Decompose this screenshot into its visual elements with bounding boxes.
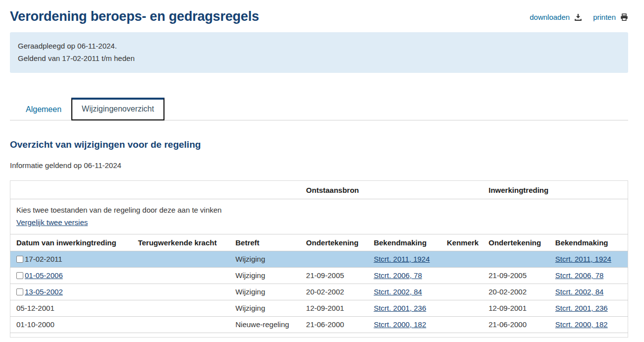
cell-bekendmaking-inwerkingtreding-link[interactable]: Stcrt. 2002, 84: [555, 287, 604, 296]
validity-info-box: Geraadpleegd op 06-11-2024. Geldend van …: [10, 32, 628, 73]
cell-terugwerkende-kracht: [132, 284, 229, 300]
cell-terugwerkende-kracht: [132, 268, 229, 284]
table-footer-spacer: [10, 333, 628, 338]
cell-bekendmaking-ontstaansbron: Stcrt. 2001, 236: [368, 300, 441, 317]
cell-bekendmaking-ontstaansbron: Stcrt. 2000, 182: [368, 317, 441, 333]
column-header-4: Bekendmaking: [368, 234, 441, 251]
cell-bekendmaking-inwerkingtreding-link[interactable]: Stcrt. 2000, 182: [555, 320, 608, 329]
date-link[interactable]: 13-05-2002: [25, 287, 63, 296]
table-row: 17-02-2011 Wijziging Stcrt. 2011, 1924 S…: [10, 251, 628, 268]
cell-bekendmaking-inwerkingtreding: Stcrt. 2001, 236: [549, 300, 628, 317]
cell-bekendmaking-inwerkingtreding-link[interactable]: Stcrt. 2006, 78: [555, 271, 604, 280]
page-container: Verordening beroeps- en gedragsregels do…: [0, 0, 644, 338]
column-header-2: Betreft: [229, 234, 300, 251]
column-header-5: Kenmerk: [441, 234, 483, 251]
changes-table: Ontstaansbron Inwerkingtreding Kies twee…: [10, 180, 628, 338]
cell-bekendmaking-ontstaansbron-link[interactable]: Stcrt. 2001, 236: [374, 304, 426, 312]
table-row: 01-10-2000 Nieuwe-regeling21-06-2000Stcr…: [10, 317, 628, 333]
cell-bekendmaking-inwerkingtreding-link[interactable]: Stcrt. 2011, 1924: [555, 255, 611, 263]
cell-ondertekening-inwerkingtreding: 12-09-2001: [483, 300, 549, 317]
column-header-3: Ondertekening: [300, 234, 368, 251]
cell-bekendmaking-inwerkingtreding: Stcrt. 2000, 182: [549, 317, 628, 333]
cell-betreft: Wijziging: [229, 251, 300, 268]
cell-bekendmaking-inwerkingtreding: Stcrt. 2011, 1924: [549, 251, 628, 268]
compare-checkbox[interactable]: [16, 288, 23, 295]
changes-table-body: 17-02-2011 Wijziging Stcrt. 2011, 1924 S…: [10, 251, 628, 333]
column-header-6: Ondertekening: [483, 234, 549, 251]
cell-datum-van-inwerkingtreding: 05-12-2001: [10, 300, 132, 317]
cell-ondertekening-inwerkingtreding: 20-02-2002: [483, 284, 549, 300]
cell-bekendmaking-ontstaansbron: Stcrt. 2011, 1924: [368, 251, 441, 268]
compare-checkbox[interactable]: [16, 256, 23, 263]
valid-from-text: Geldend van 17-02-2011 t/m heden: [18, 52, 620, 64]
cell-kenmerk: [441, 284, 483, 300]
date-text: 05-12-2001: [16, 304, 54, 312]
cell-terugwerkende-kracht: [132, 317, 229, 333]
cell-ondertekening-ontstaansbron: 12-09-2001: [300, 300, 368, 317]
compare-versions-link[interactable]: Vergelijk twee versies: [16, 218, 88, 227]
page-title: Verordening beroeps- en gedragsregels: [10, 9, 259, 24]
column-header-7: Bekendmaking: [549, 234, 628, 251]
cell-datum-van-inwerkingtreding: 01-05-2006: [10, 268, 132, 284]
cell-bekendmaking-inwerkingtreding: Stcrt. 2006, 78: [549, 268, 628, 284]
cell-bekendmaking-ontstaansbron-link[interactable]: Stcrt. 2000, 182: [374, 320, 426, 329]
date-text: 01-10-2000: [16, 320, 54, 329]
date-link[interactable]: 01-05-2006: [25, 271, 63, 280]
cell-bekendmaking-ontstaansbron-link[interactable]: Stcrt. 2011, 1924: [374, 255, 429, 263]
cell-bekendmaking-ontstaansbron-link[interactable]: Stcrt. 2002, 84: [374, 287, 422, 296]
cell-ondertekening-inwerkingtreding: 21-09-2005: [483, 268, 549, 284]
table-row: 01-05-2006 Wijziging21-09-2005Stcrt. 200…: [10, 268, 628, 284]
column-header-0: Datum van inwerkingtreding: [10, 234, 132, 251]
download-label: downloaden: [530, 13, 570, 21]
group-header-ontstaansbron: Ontstaansbron: [300, 181, 483, 199]
cell-ondertekening-ontstaansbron: 20-02-2002: [300, 284, 368, 300]
header-actions: downloaden printen: [530, 9, 628, 21]
page-header: Verordening beroeps- en gedragsregels do…: [10, 9, 628, 24]
cell-ondertekening-ontstaansbron: [300, 251, 368, 268]
consulted-on-text: Geraadpleegd op 06-11-2024.: [18, 40, 620, 52]
cell-ondertekening-inwerkingtreding: 21-06-2000: [483, 317, 549, 333]
cell-kenmerk: [441, 317, 483, 333]
download-icon: [574, 13, 582, 21]
cell-terugwerkende-kracht: [132, 300, 229, 317]
date-text: 17-02-2011: [25, 255, 62, 263]
cell-betreft: Wijziging: [229, 300, 300, 317]
cell-ondertekening-ontstaansbron: 21-06-2000: [300, 317, 368, 333]
print-button[interactable]: printen: [593, 13, 628, 21]
cell-betreft: Nieuwe-regeling: [229, 317, 300, 333]
cell-bekendmaking-ontstaansbron: Stcrt. 2006, 78: [368, 268, 441, 284]
cell-terugwerkende-kracht: [132, 251, 229, 268]
cell-ondertekening-ontstaansbron: 21-09-2005: [300, 268, 368, 284]
cell-datum-van-inwerkingtreding: 13-05-2002: [10, 284, 132, 300]
cell-datum-van-inwerkingtreding: 17-02-2011: [10, 251, 132, 268]
cell-betreft: Wijziging: [229, 284, 300, 300]
tab-bar: Algemeen Wijzigingenoverzicht: [10, 98, 628, 120]
download-button[interactable]: downloaden: [530, 13, 582, 21]
tab-wijzigingenoverzicht[interactable]: Wijzigingenoverzicht: [71, 98, 164, 120]
table-row: 13-05-2002 Wijziging20-02-2002Stcrt. 200…: [10, 284, 628, 300]
cell-bekendmaking-inwerkingtreding-link[interactable]: Stcrt. 2001, 236: [555, 304, 608, 312]
section-subtext: Informatie geldend op 06-11-2024: [10, 161, 628, 170]
group-header-empty: [10, 181, 300, 199]
table-row: 05-12-2001 Wijziging12-09-2001Stcrt. 200…: [10, 300, 628, 317]
section-heading: Overzicht van wijzigingen voor de regeli…: [10, 139, 628, 150]
cell-kenmerk: [441, 300, 483, 317]
cell-kenmerk: [441, 251, 483, 268]
cell-bekendmaking-inwerkingtreding: Stcrt. 2002, 84: [549, 284, 628, 300]
cell-ondertekening-inwerkingtreding: [483, 251, 549, 268]
printer-icon: [620, 13, 628, 21]
cell-betreft: Wijziging: [229, 268, 300, 284]
cell-kenmerk: [441, 268, 483, 284]
cell-bekendmaking-ontstaansbron-link[interactable]: Stcrt. 2006, 78: [374, 271, 422, 280]
note-cell: Kies twee toestanden van de regeling doo…: [10, 199, 628, 234]
group-header-inwerkingtreding: Inwerkingtreding: [483, 181, 628, 199]
cell-datum-van-inwerkingtreding: 01-10-2000: [10, 317, 132, 333]
column-header-1: Terugwerkende kracht: [132, 234, 229, 251]
compare-checkbox[interactable]: [16, 272, 23, 279]
tab-algemeen[interactable]: Algemeen: [16, 99, 71, 120]
cell-bekendmaking-ontstaansbron: Stcrt. 2002, 84: [368, 284, 441, 300]
column-header-row: Datum van inwerkingtredingTerugwerkende …: [10, 234, 628, 251]
print-label: printen: [593, 13, 616, 21]
note-row: Kies twee toestanden van de regeling doo…: [10, 199, 628, 234]
group-header-row: Ontstaansbron Inwerkingtreding: [10, 181, 628, 199]
